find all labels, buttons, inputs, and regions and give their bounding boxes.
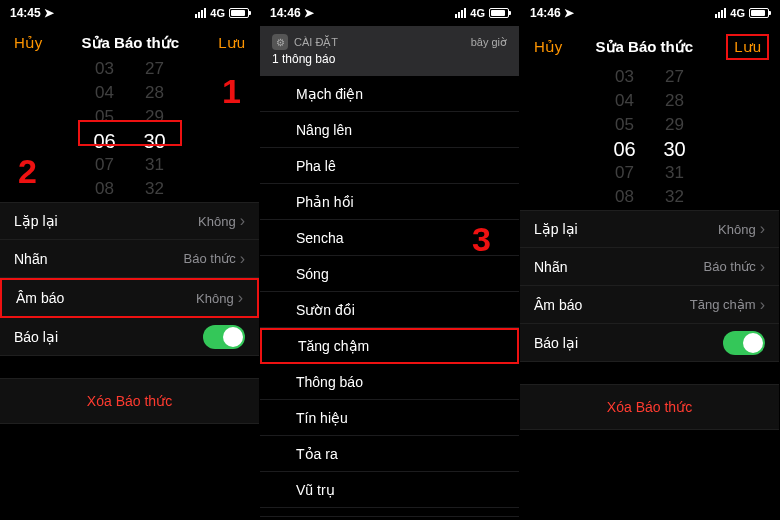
notif-time: bây giờ [471, 36, 507, 49]
row-label: Lặp lại [534, 221, 578, 237]
notif-subtitle: 1 thông báo [272, 52, 507, 66]
row-label: Nhãn [14, 251, 47, 267]
settings-rows: Lặp lại Không› Nhãn Báo thức› Âm báo Khô… [0, 202, 259, 356]
sound-item[interactable]: Thông báo [260, 364, 519, 400]
row-label: Báo lại [534, 335, 578, 351]
phone-screen-3: 14:46 ➤ 4G Hủy Sửa Báo thức Lưu 03 04 05… [520, 0, 780, 520]
row-label[interactable]: Nhãn Báo thức› [520, 248, 779, 286]
chevron-right-icon: › [240, 250, 245, 268]
row-label: Lặp lại [14, 213, 58, 229]
sound-item[interactable]: Mạch điện [260, 76, 519, 112]
sound-item[interactable]: Pha lê [260, 148, 519, 184]
battery-icon [749, 8, 769, 18]
row-label[interactable]: Nhãn Báo thức› [0, 240, 259, 278]
cancel-button[interactable]: Hủy [534, 38, 562, 56]
time-picker[interactable]: 03 04 05 06 07 08 27 28 29 30 31 32 [520, 72, 779, 196]
row-sound[interactable]: Âm báo Tăng chậm› [520, 286, 779, 324]
minute-column[interactable]: 27 28 29 30 31 32 [130, 58, 180, 200]
save-button[interactable]: Lưu [726, 34, 769, 60]
signal-icon [455, 8, 466, 18]
cancel-button[interactable]: Hủy [14, 34, 42, 52]
status-time: 14:46 [530, 6, 561, 20]
row-label: Âm báo [534, 297, 582, 313]
row-repeat[interactable]: Lặp lại Không› [520, 210, 779, 248]
snooze-toggle[interactable] [203, 325, 245, 349]
row-label: Âm báo [16, 290, 64, 306]
delete-alarm-button[interactable]: Xóa Báo thức [0, 378, 259, 424]
row-label: Báo lại [14, 329, 58, 345]
battery-icon [489, 8, 509, 18]
status-time: 14:46 [270, 6, 301, 20]
location-icon: ➤ [564, 6, 574, 20]
battery-icon [229, 8, 249, 18]
network-label: 4G [470, 7, 485, 19]
settings-app-icon: ⚙ [272, 34, 288, 50]
signal-icon [195, 8, 206, 18]
sound-item[interactable]: Tín hiệu [260, 400, 519, 436]
time-picker[interactable]: 03 04 05 06 07 08 27 28 29 30 31 32 1 [0, 64, 259, 188]
row-repeat[interactable]: Lặp lại Không› [0, 202, 259, 240]
annotation-step-1: 1 [222, 72, 241, 111]
notification-banner[interactable]: ⚙ CÀI ĐẶT bây giờ 1 thông báo [260, 26, 519, 76]
sound-list: Mạch điện Nâng lên Pha lê Phản hồi Sench… [260, 76, 519, 520]
sound-item-selected[interactable]: Tăng chậm [260, 328, 519, 364]
delete-alarm-button[interactable]: Xóa Báo thức [520, 384, 779, 430]
row-snooze: Báo lại [520, 324, 779, 362]
status-bar: 14:46 ➤ 4G [520, 0, 779, 26]
location-icon: ➤ [44, 6, 54, 20]
chevron-right-icon: › [240, 212, 245, 230]
hour-column[interactable]: 03 04 05 06 07 08 [600, 66, 650, 208]
status-bar: 14:45 ➤ 4G [0, 0, 259, 26]
hour-column[interactable]: 03 04 05 06 07 08 [80, 58, 130, 200]
notif-app-name: CÀI ĐẶT [294, 36, 338, 49]
sound-item[interactable]: Phản hồi [260, 184, 519, 220]
chevron-right-icon: › [760, 258, 765, 276]
chevron-right-icon: › [760, 296, 765, 314]
phone-screen-2: 14:46 ➤ 4G ⚙ CÀI ĐẶT bây giờ 1 thông báo… [260, 0, 520, 520]
sound-item[interactable]: Sườn đồi [260, 292, 519, 328]
row-sound[interactable]: Âm báo Không› [0, 278, 259, 318]
annotation-step-3: 3 [472, 220, 491, 259]
sound-item[interactable]: Sóng [260, 256, 519, 292]
location-icon: ➤ [304, 6, 314, 20]
chevron-right-icon: › [238, 289, 243, 307]
nav-title: Sửa Báo thức [596, 38, 694, 56]
network-label: 4G [730, 7, 745, 19]
row-label: Nhãn [534, 259, 567, 275]
sound-item[interactable]: Vũ trụ [260, 472, 519, 508]
snooze-toggle[interactable] [723, 331, 765, 355]
settings-rows: Lặp lại Không› Nhãn Báo thức› Âm báo Tăn… [520, 210, 779, 362]
network-label: 4G [210, 7, 225, 19]
nav-title: Sửa Báo thức [82, 34, 180, 52]
row-snooze: Báo lại [0, 318, 259, 356]
annotation-step-2: 2 [18, 152, 37, 191]
save-button[interactable]: Lưu [218, 34, 245, 52]
sound-section-classic[interactable]: Cổ điển › [260, 516, 519, 520]
sound-item[interactable]: Tỏa ra [260, 436, 519, 472]
sound-item[interactable]: Nâng lên [260, 112, 519, 148]
chevron-right-icon: › [760, 220, 765, 238]
minute-column[interactable]: 27 28 29 30 31 32 [650, 66, 700, 208]
signal-icon [715, 8, 726, 18]
status-bar: 14:46 ➤ 4G [260, 0, 519, 26]
status-time: 14:45 [10, 6, 41, 20]
phone-screen-1: 14:45 ➤ 4G Hủy Sửa Báo thức Lưu 03 04 05… [0, 0, 260, 520]
